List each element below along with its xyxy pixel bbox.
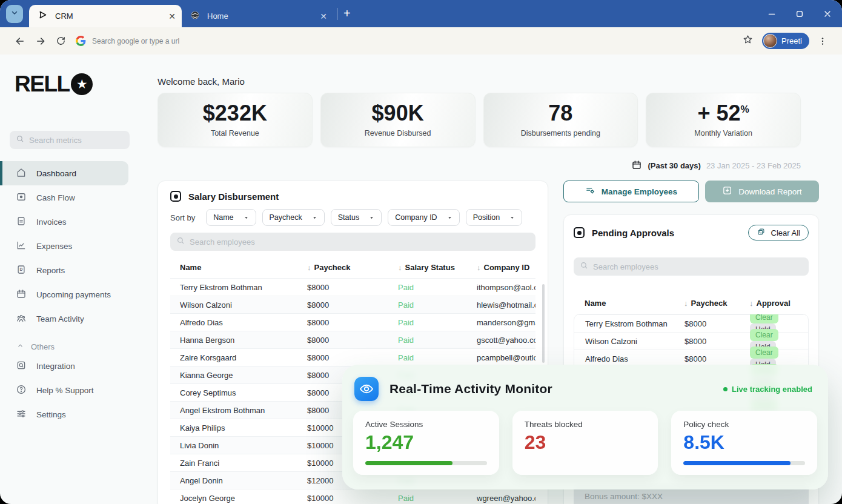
- bookmark-star-icon[interactable]: [742, 34, 754, 48]
- employee-search-input[interactable]: [190, 237, 529, 247]
- cell-name: Kaiya Philips: [180, 423, 307, 433]
- tab-search-button[interactable]: [6, 5, 23, 23]
- column-name[interactable]: Name: [180, 263, 307, 272]
- sidebar-item-integration[interactable]: Integration: [0, 354, 139, 378]
- new-tab-button[interactable]: +: [343, 7, 351, 21]
- eye-icon: [354, 377, 379, 401]
- team-icon: [16, 313, 27, 325]
- cell-name: Jocelyn George: [180, 494, 307, 503]
- table-row[interactable]: Wilson Calzoni $8000 Paid hlewis@hotmail…: [170, 296, 535, 313]
- cell-company-id: pcampbell@outlook.com: [477, 353, 535, 362]
- sidebar-item-upcoming-payments[interactable]: Upcoming payments: [0, 282, 139, 307]
- cell-name: Terry Ekstrom Bothman: [180, 283, 307, 292]
- cell-status: Paid: [398, 300, 477, 310]
- activity-monitor-overlay: Real-Time Activity Monitor Live tracking…: [342, 365, 828, 489]
- table-row[interactable]: Zaire Korsgaard $8000 Paid pcampbell@out…: [170, 348, 535, 366]
- table-scrollbar[interactable]: [542, 284, 545, 363]
- logo-star-icon: ★: [71, 73, 93, 95]
- integration-icon: [16, 360, 27, 373]
- metric-label: Active Sessions: [365, 420, 487, 429]
- metric-value: 8.5K: [683, 432, 805, 453]
- help-icon: [16, 384, 27, 397]
- sidebar-item-team-activity[interactable]: Team Activity: [0, 307, 139, 331]
- sidebar-item-reports[interactable]: D Reports: [0, 258, 139, 282]
- column-salary-status[interactable]: ↓Salary Status: [398, 263, 477, 272]
- browser-menu-icon[interactable]: [818, 36, 827, 46]
- clear-button[interactable]: Clear: [750, 329, 778, 341]
- pending-search[interactable]: [574, 257, 809, 276]
- pending-search-input[interactable]: [593, 262, 803, 271]
- sidebar-others-header[interactable]: Others: [16, 342, 139, 351]
- sort-down-icon: ↓: [477, 263, 481, 272]
- omnibox[interactable]: Search google or type a url: [92, 37, 179, 45]
- close-tab-icon[interactable]: ✕: [320, 12, 327, 21]
- clear-button[interactable]: Clear: [750, 346, 778, 359]
- table-row[interactable]: Terry Ekstrom Bothman $8000 Paid ithomps…: [170, 278, 535, 296]
- globe-icon: [190, 10, 200, 22]
- refresh-icon[interactable]: [56, 36, 66, 46]
- column-approval[interactable]: ↓Approval: [749, 299, 809, 308]
- progress-bar: [365, 461, 487, 465]
- table-row[interactable]: Hanna Bergson $8000 Paid gscott@yahoo.co…: [170, 331, 535, 348]
- tab-title: CRM: [55, 12, 73, 21]
- home-icon: [16, 167, 27, 180]
- live-tracking-status: Live tracking enabled: [723, 385, 812, 394]
- manage-employees-button[interactable]: Manage Employees: [563, 181, 699, 202]
- crm-favicon-icon: [38, 10, 48, 22]
- back-icon[interactable]: [15, 36, 25, 47]
- copy-icon: [757, 227, 766, 238]
- sort-dropdown-position[interactable]: Position: [466, 209, 522, 226]
- settings-sliders-icon: [16, 408, 27, 421]
- date-range-row[interactable]: (Past 30 days) 23 Jan 2025 - 23 Feb 2025: [157, 159, 801, 172]
- sidebar-item-label: Reports: [36, 266, 65, 275]
- sidebar-item-expenses[interactable]: Expenses: [0, 234, 139, 258]
- reports-icon: D: [16, 264, 27, 277]
- sort-by-label: Sort by: [170, 213, 195, 222]
- stat-total-revenue: $232K Total Revenue: [157, 93, 313, 147]
- browser-navbar: Search google or type a url Preeti: [0, 27, 842, 55]
- table-row[interactable]: Jocelyn George $10000 Paid wgreen@yahoo.…: [170, 489, 535, 504]
- tab-home[interactable]: Home ✕: [182, 5, 333, 27]
- record-icon: [170, 191, 181, 202]
- sidebar-others-nav: Integration Help % Support Settings: [0, 354, 139, 426]
- sidebar-item-label: Cash Flow: [36, 193, 75, 202]
- clear-all-button[interactable]: Clear All: [748, 225, 809, 240]
- metrics-search-input[interactable]: [29, 136, 124, 145]
- sidebar-item-dashboard[interactable]: Dashboard: [0, 161, 128, 185]
- tab-crm[interactable]: CRM ✕: [29, 5, 182, 27]
- metric-label: Policy check: [683, 420, 805, 429]
- close-window-button[interactable]: [823, 9, 832, 19]
- sidebar-item-settings[interactable]: Settings: [0, 402, 139, 426]
- window-controls: [767, 9, 842, 19]
- forward-icon[interactable]: [35, 36, 46, 47]
- column-company-id[interactable]: ↓Company ID: [477, 263, 535, 272]
- profile-name: Preeti: [781, 36, 802, 45]
- sort-dropdown-name[interactable]: Name: [206, 209, 256, 226]
- avatar: [763, 34, 777, 48]
- sort-dropdown-paycheck[interactable]: Paycheck: [262, 209, 325, 226]
- sort-down-icon: ↓: [398, 263, 402, 272]
- cell-company-id: gscott@yahoo.com: [477, 336, 535, 345]
- profile-button[interactable]: Preeti: [762, 33, 809, 49]
- metrics-search[interactable]: [10, 131, 130, 149]
- employee-search[interactable]: [170, 233, 535, 251]
- download-report-button[interactable]: Download Report: [705, 181, 819, 202]
- sidebar-item-invoices[interactable]: Invoices: [0, 210, 139, 234]
- minimize-button[interactable]: [767, 9, 777, 19]
- table-row[interactable]: Alfredo Dias $8000 Paid manderson@gmail.…: [170, 313, 535, 331]
- cash-flow-icon: [16, 191, 27, 204]
- cell-status: Paid: [398, 336, 477, 345]
- column-paycheck[interactable]: ↓Paycheck: [684, 299, 749, 308]
- maximize-button[interactable]: [795, 9, 804, 19]
- sidebar-item-label: Upcoming payments: [36, 290, 111, 299]
- sort-dropdown-company-id[interactable]: Company ID: [388, 209, 459, 226]
- bonus-amount-input[interactable]: [585, 492, 798, 501]
- sort-dropdown-status[interactable]: Status: [331, 209, 382, 226]
- monitor-title: Real-Time Activity Monitor: [390, 382, 552, 396]
- close-tab-icon[interactable]: ✕: [168, 12, 176, 21]
- sidebar-item-cash-flow[interactable]: Cash Flow: [0, 185, 139, 210]
- column-paycheck[interactable]: ↓Paycheck: [307, 263, 398, 272]
- sidebar-item-help-support[interactable]: Help % Support: [0, 378, 139, 402]
- column-name[interactable]: Name: [585, 299, 684, 308]
- clear-button[interactable]: Clear: [750, 314, 778, 323]
